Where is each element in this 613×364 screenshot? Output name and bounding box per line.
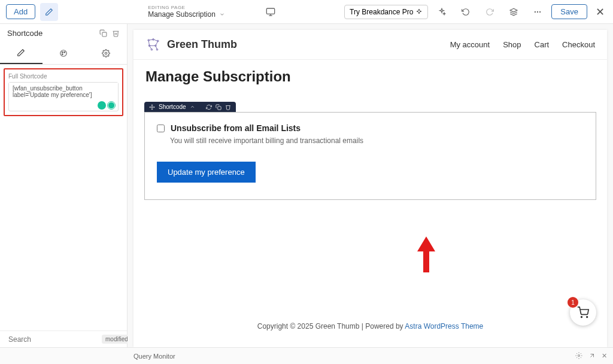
redo-icon[interactable] xyxy=(481,3,499,21)
cart-fab[interactable]: 1 xyxy=(570,299,596,326)
shortcode-field-highlight: Full Shortcode xyxy=(4,68,123,116)
unsubscribe-title: Unsubscribe from all Email Lists xyxy=(171,123,301,133)
page-name: Manage Subscription xyxy=(148,10,216,19)
tab-content[interactable] xyxy=(0,43,43,64)
page-title: Manage Subscription xyxy=(133,60,607,91)
grammarly-icons xyxy=(98,101,116,110)
nav-checkout[interactable]: Checkout xyxy=(562,40,595,49)
tab-style[interactable] xyxy=(43,43,85,64)
delete-icon[interactable] xyxy=(112,29,120,37)
svg-point-37 xyxy=(587,317,588,318)
svg-line-30 xyxy=(150,46,152,50)
properties-sidebar: Shortcode Full Shortcode modified xyxy=(0,24,128,347)
shortcode-element[interactable]: Unsubscribe from all Email Lists You wil… xyxy=(144,112,596,200)
editor-top-bar: Add EDITING PAGE Manage Subscription Try… xyxy=(0,0,613,24)
grammarly-icon[interactable] xyxy=(107,101,116,110)
svg-point-12 xyxy=(105,52,107,54)
move-icon[interactable] xyxy=(149,104,155,110)
svg-rect-0 xyxy=(266,8,274,14)
svg-point-5 xyxy=(537,11,538,12)
edit-mode-icon[interactable] xyxy=(40,3,58,21)
svg-marker-3 xyxy=(511,8,518,12)
settings-gear-icon[interactable] xyxy=(575,352,582,360)
refresh-icon[interactable] xyxy=(206,104,212,110)
close-icon[interactable]: ✕ xyxy=(593,3,607,21)
sidebar-footer: modified xyxy=(0,330,127,347)
duplicate-element-icon[interactable] xyxy=(216,104,221,110)
svg-point-4 xyxy=(535,11,536,12)
close-panel-icon[interactable]: ✕ xyxy=(602,352,607,360)
nav-shop[interactable]: Shop xyxy=(503,40,521,49)
field-label: Full Shortcode xyxy=(8,73,119,80)
ai-icon[interactable] xyxy=(433,3,451,21)
site-logo-icon xyxy=(145,37,161,53)
svg-rect-34 xyxy=(217,106,220,109)
grammarly-pin-icon[interactable] xyxy=(98,101,106,110)
panel-tabs xyxy=(0,43,127,65)
svg-point-9 xyxy=(62,51,63,53)
preview-pane: Green Thumb My account Shop Cart Checkou… xyxy=(128,24,613,347)
save-button[interactable]: Save xyxy=(551,4,587,19)
svg-point-10 xyxy=(64,51,65,53)
delete-element-icon[interactable] xyxy=(225,104,231,110)
duplicate-icon[interactable] xyxy=(99,29,107,37)
site-nav: My account Shop Cart Checkout xyxy=(450,40,595,49)
annotation-arrow-icon xyxy=(417,236,435,272)
cart-count-badge: 1 xyxy=(568,297,578,308)
try-pro-button[interactable]: Try Breakdance Pro xyxy=(344,5,428,19)
svg-rect-7 xyxy=(102,32,107,37)
query-monitor-label[interactable]: Query Monitor xyxy=(133,353,175,360)
layers-icon[interactable] xyxy=(505,3,523,21)
svg-point-36 xyxy=(581,317,582,318)
site-footer: Copyright © 2025 Green Thumb | Powered b… xyxy=(133,322,607,330)
status-bar: Query Monitor ✕ xyxy=(0,347,613,364)
nav-cart[interactable]: Cart xyxy=(535,40,550,49)
footer-theme-link[interactable]: Astra WordPress Theme xyxy=(405,322,483,330)
svg-line-29 xyxy=(156,41,158,46)
top-action-icons xyxy=(433,3,547,21)
svg-marker-35 xyxy=(417,236,435,272)
expand-icon[interactable] xyxy=(588,352,596,360)
editing-page-indicator[interactable]: EDITING PAGE Manage Subscription xyxy=(148,5,244,19)
site-header: Green Thumb My account Shop Cart Checkou… xyxy=(133,30,607,60)
add-button[interactable]: Add xyxy=(6,4,35,19)
site-name: Green Thumb xyxy=(167,38,450,51)
tab-settings[interactable] xyxy=(84,43,127,64)
update-preference-button[interactable]: Update my preference xyxy=(157,162,256,183)
desktop-view-icon[interactable] xyxy=(262,3,280,21)
editing-label: EDITING PAGE xyxy=(148,5,244,10)
chevron-down-icon xyxy=(219,11,225,17)
element-label: Shortcode xyxy=(159,104,186,110)
unsubscribe-checkbox[interactable] xyxy=(157,125,165,132)
svg-point-8 xyxy=(60,50,67,57)
element-toolbar: Shortcode xyxy=(144,102,236,112)
nav-my-account[interactable]: My account xyxy=(450,40,490,49)
unsubscribe-note: You will still receive important billing… xyxy=(170,136,584,145)
panel-title: Shortcode xyxy=(7,29,95,38)
svg-point-38 xyxy=(578,355,580,357)
svg-point-6 xyxy=(539,11,541,12)
cart-icon xyxy=(577,307,589,318)
svg-point-11 xyxy=(62,54,63,55)
collapse-icon[interactable] xyxy=(190,104,195,110)
search-input[interactable] xyxy=(8,335,98,344)
more-icon[interactable] xyxy=(529,3,547,21)
undo-icon[interactable] xyxy=(457,3,475,21)
sparkle-icon xyxy=(415,8,423,16)
